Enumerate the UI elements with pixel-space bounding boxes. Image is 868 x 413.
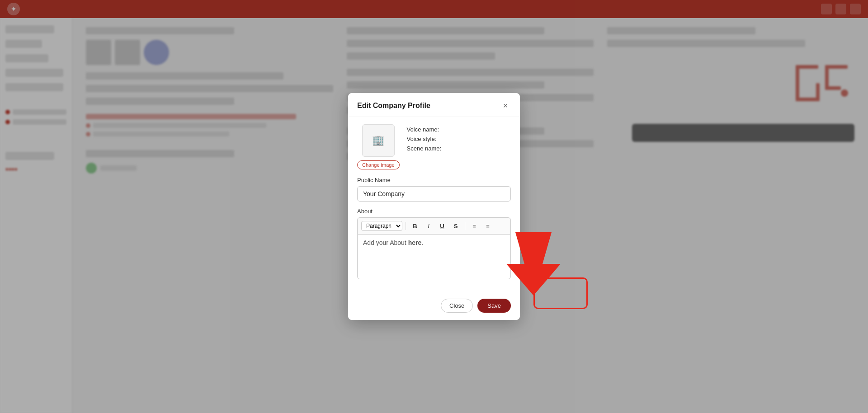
about-text-prefix: Add your About	[363, 239, 408, 246]
change-image-button[interactable]: Change image	[357, 160, 400, 169]
about-here-bold: here	[408, 239, 422, 246]
strikethrough-button[interactable]: S	[450, 220, 462, 232]
scene-name-row: Scene name:	[407, 145, 442, 152]
public-name-input[interactable]	[357, 186, 511, 202]
public-name-group: Public Name	[357, 177, 511, 202]
profile-image-box: 🏢 Change image	[357, 124, 400, 169]
paragraph-select[interactable]: Paragraph	[361, 221, 402, 231]
profile-image: 🏢	[362, 124, 395, 157]
about-label: About	[357, 208, 511, 215]
about-period: .	[421, 239, 423, 246]
editor-toolbar: Paragraph B I U S ≡ ≡	[357, 217, 511, 234]
bold-button[interactable]: B	[409, 220, 421, 232]
modal-overlay: Edit Company Profile × 🏢 Change image Vo…	[0, 0, 868, 413]
modal-header: Edit Company Profile ×	[348, 93, 520, 117]
voice-name-row: Voice name:	[407, 126, 442, 133]
save-button[interactable]: Save	[477, 299, 511, 313]
profile-image-emoji: 🏢	[372, 135, 384, 146]
underline-button[interactable]: U	[436, 220, 448, 232]
modal-body: 🏢 Change image Voice name: Voice style: …	[348, 117, 520, 293]
about-group: About Paragraph B I U S ≡ ≡ A	[357, 208, 511, 279]
voice-name-label: Voice name:	[407, 126, 439, 133]
modal-close-button[interactable]: ×	[500, 100, 511, 111]
edit-company-profile-modal: Edit Company Profile × 🏢 Change image Vo…	[348, 93, 520, 320]
toolbar-separator-1	[406, 222, 406, 230]
close-button[interactable]: Close	[441, 299, 473, 313]
about-editor-content[interactable]: Add your About here.	[357, 234, 511, 279]
public-name-label: Public Name	[357, 177, 511, 183]
voice-style-label: Voice style:	[407, 136, 437, 142]
numbered-list-button[interactable]: ≡	[482, 220, 494, 232]
toolbar-separator-2	[465, 222, 465, 230]
profile-section: 🏢 Change image Voice name: Voice style: …	[357, 124, 511, 169]
scene-name-label: Scene name:	[407, 145, 442, 152]
modal-footer: Close Save	[348, 293, 520, 320]
voice-style-row: Voice style:	[407, 136, 442, 142]
voice-info: Voice name: Voice style: Scene name:	[407, 124, 442, 169]
italic-button[interactable]: I	[423, 220, 434, 232]
bullet-list-button[interactable]: ≡	[468, 220, 480, 232]
modal-title: Edit Company Profile	[357, 102, 430, 110]
